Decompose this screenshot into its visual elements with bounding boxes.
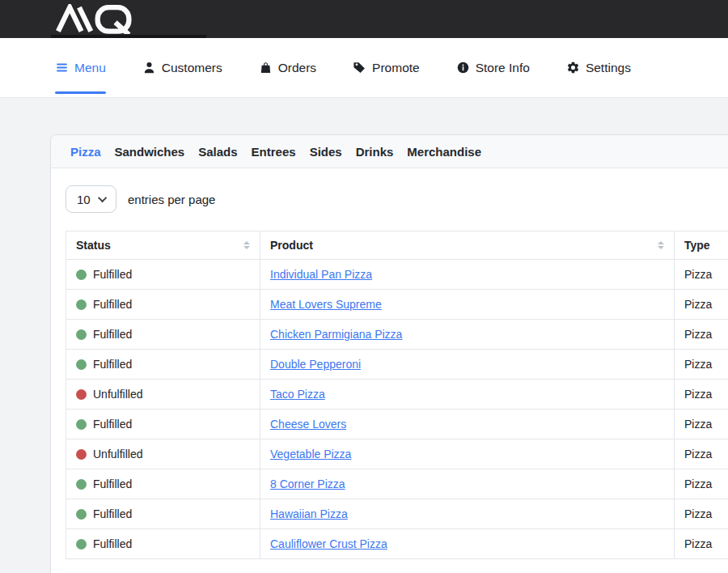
table-row: Fulfilled 8 Corner Pizza Pizza (66, 469, 728, 499)
table-header-row: Status Product Type (66, 231, 728, 260)
column-header-label: Type (684, 239, 710, 252)
status-cell: Fulfilled (66, 350, 260, 380)
status-label: Fulfilled (93, 507, 132, 520)
nav-item-store-info[interactable]: Store Info (456, 38, 530, 97)
type-cell: Pizza (675, 469, 728, 499)
product-cell: Vegetable Pizza (260, 439, 675, 469)
type-cell: Pizza (675, 290, 728, 320)
hamburger-icon (55, 61, 69, 74)
status-cell: Fulfilled (66, 290, 260, 320)
bag-icon (259, 61, 273, 74)
status-dot-icon (76, 329, 87, 340)
status-cell: Unfulfilled (66, 380, 260, 410)
person-icon (142, 61, 156, 74)
nav-item-customers[interactable]: Customers (142, 38, 222, 97)
type-cell: Pizza (675, 350, 728, 380)
column-header-label: Product (270, 239, 313, 252)
chevron-down-icon (98, 193, 107, 202)
product-link[interactable]: Cauliflower Crust Pizza (270, 537, 387, 550)
status-cell: Fulfilled (66, 469, 260, 499)
status-cell: Fulfilled (66, 320, 260, 350)
status-label: Fulfilled (93, 328, 132, 341)
product-link[interactable]: Double Pepperoni (270, 358, 361, 371)
product-cell: 8 Corner Pizza (260, 469, 675, 499)
tag-icon (353, 61, 366, 74)
table-body: Fulfilled Individual Pan Pizza Pizza Ful… (66, 260, 728, 559)
table-row: Unfulfilled Vegetable Pizza Pizza (66, 439, 728, 469)
status-label: Fulfilled (93, 268, 132, 281)
product-link[interactable]: Individual Pan Pizza (270, 268, 372, 281)
product-link[interactable]: Cheese Lovers (270, 418, 346, 431)
product-cell: Cauliflower Crust Pizza (260, 529, 675, 559)
tab-entrees[interactable]: Entrees (252, 145, 296, 159)
product-cell: Meat Lovers Supreme (260, 290, 675, 320)
nav-item-orders[interactable]: Orders (259, 38, 316, 97)
status-label: Fulfilled (93, 298, 132, 311)
entries-per-page-label: entries per page (128, 193, 215, 206)
tab-pizza[interactable]: Pizza (70, 145, 101, 159)
product-link[interactable]: Chicken Parmigiana Pizza (270, 328, 402, 341)
sort-icon[interactable] (243, 241, 250, 249)
type-cell: Pizza (675, 410, 728, 439)
status-label: Fulfilled (93, 358, 132, 371)
type-cell: Pizza (675, 260, 728, 290)
status-label: Fulfilled (93, 537, 132, 550)
status-dot-icon (76, 270, 87, 280)
product-cell: Taco Pizza (260, 380, 675, 410)
tab-sides[interactable]: Sides (310, 145, 342, 159)
status-dot-icon (76, 359, 87, 370)
status-dot-icon (76, 509, 87, 520)
card-body: 10 entries per page Status Product Type (51, 168, 728, 573)
status-cell: Unfulfilled (66, 439, 260, 469)
nav-item-settings[interactable]: Settings (566, 38, 631, 97)
product-cell: Cheese Lovers (260, 410, 675, 439)
sort-icon[interactable] (658, 241, 664, 249)
column-header-label: Status (76, 239, 111, 252)
product-link[interactable]: Meat Lovers Supreme (270, 298, 382, 311)
nav-item-label: Promote (372, 61, 420, 75)
tab-salads[interactable]: Salads (198, 145, 237, 159)
table-row: Fulfilled Meat Lovers Supreme Pizza (66, 290, 728, 320)
product-cell: Double Pepperoni (260, 350, 675, 380)
status-label: Fulfilled (93, 478, 132, 490)
product-link[interactable]: Vegetable Pizza (270, 448, 351, 461)
table-row: Fulfilled Cheese Lovers Pizza (66, 410, 728, 439)
info-icon (456, 61, 470, 74)
status-label: Fulfilled (93, 418, 132, 431)
status-label: Unfulfilled (93, 448, 142, 461)
status-cell: Fulfilled (66, 529, 260, 559)
table-row: Unfulfilled Taco Pizza Pizza (66, 380, 728, 410)
table-row: Fulfilled Chicken Parmigiana Pizza Pizza (66, 320, 728, 350)
status-dot-icon (76, 389, 87, 400)
column-header-product: Product (260, 231, 675, 260)
status-dot-icon (76, 539, 87, 550)
nav-item-promote[interactable]: Promote (353, 38, 420, 97)
nav-item-menu[interactable]: Menu (55, 38, 106, 97)
product-cell: Hawaiian Pizza (260, 499, 675, 529)
nav-item-label: Orders (278, 61, 316, 75)
category-tabs: Pizza Sandwiches Salads Entrees Sides Dr… (51, 135, 728, 168)
product-cell: Chicken Parmigiana Pizza (260, 320, 675, 350)
tab-drinks[interactable]: Drinks (356, 145, 394, 159)
status-dot-icon (76, 449, 87, 460)
menu-card: Pizza Sandwiches Salads Entrees Sides Dr… (50, 134, 728, 573)
page-size-value: 10 (77, 193, 91, 206)
product-link[interactable]: Hawaiian Pizza (270, 507, 348, 520)
nav-item-label: Menu (74, 61, 106, 75)
tab-merchandise[interactable]: Merchandise (407, 145, 481, 159)
top-header (0, 0, 728, 38)
table-row: Fulfilled Individual Pan Pizza Pizza (66, 260, 728, 290)
page: Pizza Sandwiches Salads Entrees Sides Dr… (0, 134, 728, 573)
page-size-select[interactable]: 10 (66, 185, 116, 213)
status-dot-icon (76, 419, 87, 430)
product-link[interactable]: Taco Pizza (270, 388, 325, 401)
tab-sandwiches[interactable]: Sandwiches (115, 145, 185, 159)
product-link[interactable]: 8 Corner Pizza (270, 478, 345, 490)
column-header-type: Type (675, 231, 728, 260)
status-cell: Fulfilled (66, 499, 260, 529)
brand-logo (51, 4, 142, 34)
status-dot-icon (76, 299, 87, 310)
table-row: Fulfilled Double Pepperoni Pizza (66, 350, 728, 380)
type-cell: Pizza (675, 320, 728, 350)
primary-nav: Menu Customers Orders Promote Store Info… (0, 38, 728, 98)
